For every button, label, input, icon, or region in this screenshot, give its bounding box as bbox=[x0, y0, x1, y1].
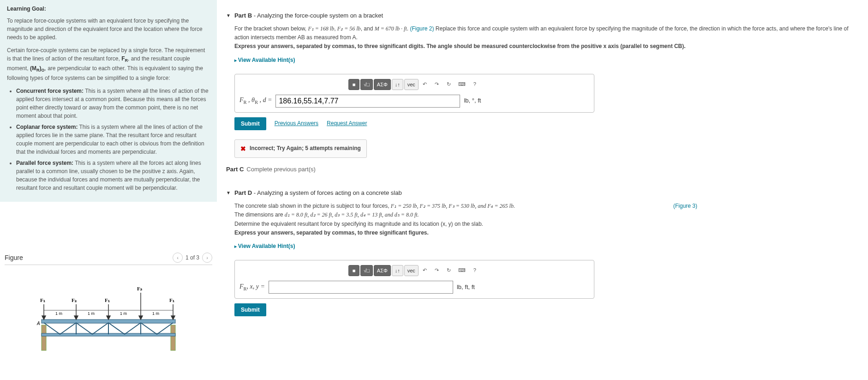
svg-line-6 bbox=[76, 323, 92, 334]
caret-down-icon: ▼ bbox=[226, 13, 231, 18]
part-d-answer-label: FR, x, y = bbox=[239, 282, 265, 293]
tool-templates[interactable]: ■ bbox=[348, 265, 359, 276]
tool-sqrt[interactable]: √□ bbox=[360, 265, 373, 276]
tool-greek[interactable]: ΑΣΦ bbox=[374, 79, 391, 90]
part-b-feedback: ✖ Incorrect; Try Again; 5 attempts remai… bbox=[234, 139, 367, 158]
tool-undo[interactable]: ↶ bbox=[419, 79, 431, 90]
part-b-answer-input[interactable] bbox=[275, 95, 460, 108]
svg-marker-18 bbox=[74, 316, 78, 320]
learning-goal-heading: Learning Goal: bbox=[7, 5, 210, 13]
learning-goal-intro: To replace force-couple systems with an … bbox=[7, 17, 210, 42]
tool-vec[interactable]: vec bbox=[404, 265, 419, 276]
svg-text:1 m: 1 m bbox=[120, 311, 127, 316]
figure-counter: 1 of 3 bbox=[186, 254, 199, 261]
svg-line-7 bbox=[92, 323, 108, 334]
svg-marker-24 bbox=[171, 316, 175, 320]
part-d-units: lb, ft, ft bbox=[457, 283, 475, 292]
part-b-description: For the bracket shown below, F₁ = 168 lb… bbox=[234, 24, 859, 42]
svg-text:1 m: 1 m bbox=[88, 311, 95, 316]
figure-2-link[interactable]: (Figure 2) bbox=[410, 25, 434, 32]
previous-answers-link[interactable]: Previous Answers bbox=[275, 119, 318, 128]
svg-text:F₃: F₃ bbox=[137, 286, 143, 291]
part-d-submit-button[interactable]: Submit bbox=[234, 303, 266, 316]
part-b: ▼ Part B - Analyzing the force-couple sy… bbox=[226, 9, 859, 161]
part-b-units: lb, °, ft bbox=[464, 96, 481, 106]
svg-rect-1 bbox=[171, 325, 175, 350]
tool-help[interactable]: ? bbox=[469, 265, 480, 276]
part-b-toolbar: ■ √□ ΑΣΦ ↓↑ vec ↶ ↷ ↻ ⌨ ? bbox=[239, 79, 589, 90]
part-b-hints-link[interactable]: View Available Hint(s) bbox=[234, 56, 295, 65]
figure-next-button[interactable]: › bbox=[202, 253, 212, 263]
tool-keyboard[interactable]: ⌨ bbox=[455, 79, 468, 90]
part-d-answer-box: ■ √□ ΑΣΦ ↓↑ vec ↶ ↷ ↻ ⌨ ? FR, x, y = bbox=[234, 260, 594, 299]
tool-reset[interactable]: ↻ bbox=[443, 265, 455, 276]
svg-line-10 bbox=[141, 323, 157, 334]
part-c: Part CComplete previous part(s) bbox=[226, 161, 859, 177]
part-d-answer-input[interactable] bbox=[269, 281, 453, 294]
tool-keyboard[interactable]: ⌨ bbox=[455, 265, 468, 276]
part-b-submit-button[interactable]: Submit bbox=[234, 117, 266, 130]
svg-text:F₁: F₁ bbox=[105, 297, 110, 303]
figure-prev-button[interactable]: ‹ bbox=[173, 253, 183, 263]
tool-sqrt[interactable]: √□ bbox=[360, 79, 373, 90]
svg-line-9 bbox=[125, 323, 141, 334]
part-b-answer-label: FR , θR , d = bbox=[239, 95, 272, 107]
part-b-express: Express your answers, separated by comma… bbox=[234, 42, 859, 51]
caret-down-icon: ▼ bbox=[226, 190, 231, 195]
part-d-header[interactable]: ▼ Part D - Analyzing a system of forces … bbox=[226, 187, 859, 199]
tool-templates[interactable]: ■ bbox=[348, 79, 359, 90]
part-d-hints-link[interactable]: View Available Hint(s) bbox=[234, 242, 295, 251]
part-b-answer-box: ■ √□ ΑΣΦ ↓↑ vec ↶ ↷ ↻ ⌨ ? FR , θR , d = bbox=[234, 74, 594, 113]
tool-greek[interactable]: ΑΣΦ bbox=[374, 265, 391, 276]
part-d-express: Express your answers, separated by comma… bbox=[234, 229, 859, 237]
svg-line-5 bbox=[60, 323, 76, 334]
learning-goal-list: Concurrent force system: This is a syste… bbox=[16, 87, 210, 192]
part-d-toolbar: ■ √□ ΑΣΦ ↓↑ vec ↶ ↷ ↻ ⌨ ? bbox=[239, 265, 589, 276]
tool-redo[interactable]: ↷ bbox=[431, 79, 443, 90]
svg-text:F₂: F₂ bbox=[72, 297, 77, 303]
svg-text:1 m: 1 m bbox=[55, 311, 62, 316]
x-icon: ✖ bbox=[240, 144, 246, 154]
svg-marker-16 bbox=[42, 316, 46, 320]
tool-undo[interactable]: ↶ bbox=[419, 265, 431, 276]
svg-text:F₁: F₁ bbox=[40, 297, 45, 303]
part-d-line1: The concrete slab shown in the picture i… bbox=[234, 202, 859, 211]
svg-rect-0 bbox=[42, 325, 46, 350]
tool-redo[interactable]: ↷ bbox=[431, 265, 443, 276]
request-answer-link[interactable]: Request Answer bbox=[327, 119, 367, 128]
tool-subsup[interactable]: ↓↑ bbox=[392, 79, 403, 90]
part-b-header[interactable]: ▼ Part B - Analyzing the force-couple sy… bbox=[226, 9, 859, 22]
figure-body: F₁ F₂ F₁ F₃ F₁ 1 m 1 m 1 m 1 m A bbox=[5, 265, 212, 367]
tool-reset[interactable]: ↻ bbox=[443, 79, 455, 90]
part-d: ▼ Part D - Analyzing a system of forces … bbox=[226, 187, 859, 324]
svg-text:1 m: 1 m bbox=[152, 311, 159, 316]
svg-line-8 bbox=[108, 323, 125, 334]
part-d-line2: The dimensions are d₁ = 8.0 ft, d₂ = 26 … bbox=[234, 211, 859, 219]
tool-subsup[interactable]: ↓↑ bbox=[392, 265, 403, 276]
learning-goal-para2: Certain force-couple systems can be repl… bbox=[7, 46, 210, 82]
tool-vec[interactable]: vec bbox=[404, 79, 419, 90]
svg-marker-20 bbox=[107, 316, 110, 320]
svg-text:A: A bbox=[36, 321, 40, 326]
figure-3-link[interactable]: (Figure 3) bbox=[673, 202, 697, 211]
learning-goal-panel: Learning Goal: To replace force-couple s… bbox=[0, 0, 217, 202]
svg-text:F₁: F₁ bbox=[169, 297, 174, 303]
figure-title: Figure bbox=[5, 254, 23, 261]
svg-marker-22 bbox=[139, 316, 143, 320]
tool-help[interactable]: ? bbox=[469, 79, 480, 90]
part-d-line3: Determine the equivalent resultant force… bbox=[234, 220, 859, 229]
